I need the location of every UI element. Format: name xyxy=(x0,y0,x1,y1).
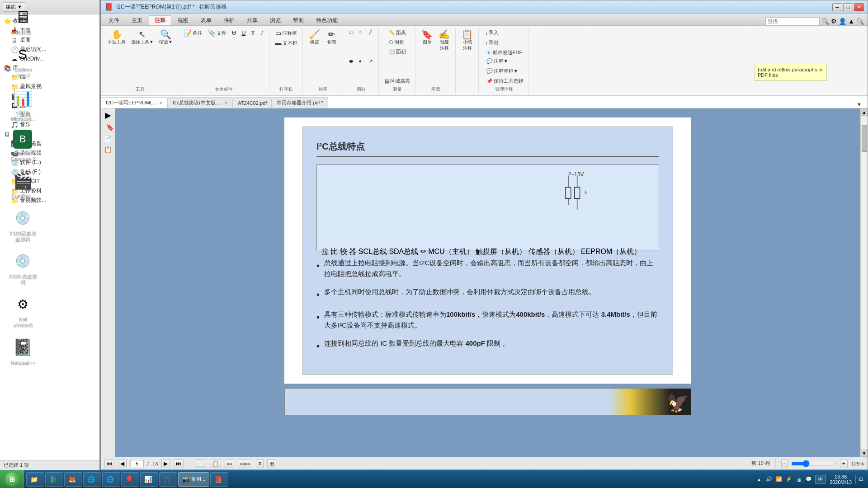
desktop-icon-computer[interactable]: 🖥 计算机 xyxy=(5,5,41,37)
first-page-button[interactable]: ⏮ xyxy=(104,459,114,468)
maximize-button[interactable]: □ xyxy=(843,3,853,11)
tab-doc1[interactable]: I2C一读写EEPROM(.... ✕ xyxy=(101,97,168,108)
stamp-button[interactable]: 🔖 图章 xyxy=(419,28,435,47)
tab-form[interactable]: 表单 xyxy=(195,15,217,25)
tray-icon2[interactable]: 📶 xyxy=(774,475,783,484)
taskbar-media[interactable]: 🎵 xyxy=(159,472,177,487)
tray-icon1[interactable]: 🔊 xyxy=(764,475,774,484)
text-box-button[interactable]: ▬文本框 xyxy=(273,38,300,47)
create-note-button[interactable]: ✍ 创建注释 xyxy=(436,28,453,53)
view-facing-button[interactable]: ⊞ xyxy=(267,459,276,468)
minimize-button[interactable]: ─ xyxy=(832,3,842,11)
area-button[interactable]: ⬜ 面积 xyxy=(387,47,408,56)
taskbar-item1[interactable]: 🐉 xyxy=(45,472,63,487)
close-button[interactable]: ✕ xyxy=(854,3,864,11)
tab-comment[interactable]: 注释 xyxy=(149,15,171,25)
expand-icon[interactable]: ▲ xyxy=(848,18,854,25)
settings-icon[interactable]: ⚙ xyxy=(831,18,837,25)
annotation-batch-button[interactable]: 💬 注释弹框▼ xyxy=(484,67,526,75)
keep-tool-button[interactable]: 📌 保持工具选择 xyxy=(484,77,526,85)
tab-doc2[interactable]: I2c总线协议(中文版..... ✕ xyxy=(168,97,233,108)
taskbar-firefox[interactable]: 🦊 xyxy=(64,472,82,487)
annotation-box-button[interactable]: ▭注释框 xyxy=(273,28,299,38)
taskbar-file-explorer[interactable]: 📁 xyxy=(26,472,44,487)
tray-up-arrow[interactable]: ▲ xyxy=(755,475,764,484)
view-double-button[interactable]: ▭▭ xyxy=(238,459,252,468)
search-icon2[interactable]: 🔍 xyxy=(856,18,864,25)
scroll-up-button[interactable]: ▲ xyxy=(861,108,868,116)
paste-page-button[interactable]: 📋 xyxy=(210,459,221,468)
last-page-button[interactable]: ⏭ xyxy=(174,459,184,468)
distance-button[interactable]: 📏 距离 xyxy=(387,28,408,37)
search-input[interactable] xyxy=(765,17,820,25)
taskbar-balloon[interactable]: 🎈 xyxy=(121,472,139,487)
show-desktop-button[interactable]: ⊡ xyxy=(855,475,864,484)
current-page-input[interactable] xyxy=(130,460,144,467)
eraser-button[interactable]: 🧹 橡皮 xyxy=(307,28,323,47)
tab-doc4[interactable]: 常用存储器介绍.pdf * xyxy=(272,97,328,108)
desktop-icon-camrec[interactable]: 🎬 CamRec... xyxy=(5,168,41,201)
taskbar-foxit[interactable]: 📕 xyxy=(210,472,228,487)
summary-button[interactable]: 📋 小结注释 xyxy=(459,28,476,53)
tray-icon5[interactable]: 💬 xyxy=(804,475,813,484)
perimeter-button[interactable]: ⬡ 周长 xyxy=(387,38,406,47)
start-button[interactable]: ⊞ xyxy=(0,470,24,488)
text-mark-btn[interactable]: T xyxy=(249,28,257,37)
shape-arrow-button[interactable]: ➚ xyxy=(367,57,376,65)
language-button[interactable]: 中 xyxy=(815,475,826,484)
scroll-track[interactable] xyxy=(861,116,868,450)
pencil-button[interactable]: ✏ 铅笔 xyxy=(324,28,340,47)
desktop-icon-f103[interactable]: 💿 F103番直光盘资料 xyxy=(5,206,41,244)
tab-dropdown-button[interactable]: ▼ xyxy=(854,101,864,108)
text-mark-btn2[interactable]: T xyxy=(258,28,266,37)
tab-protect[interactable]: 保护 xyxy=(218,15,241,25)
tab-doc3[interactable]: AT24C02.pdf xyxy=(233,97,272,108)
document-scroll-area[interactable]: I²C总线特点 2~15V xyxy=(115,108,860,457)
tab-home[interactable]: 主页 xyxy=(126,15,148,25)
scroll-down-button[interactable]: ▼ xyxy=(861,450,868,457)
underline-button[interactable]: U xyxy=(239,28,248,37)
select-tool-button[interactable]: ↖ 选择工具▼ xyxy=(129,28,156,47)
zoom-tool-button[interactable]: 🔍 缩放▼ xyxy=(157,28,175,47)
export-button[interactable]: ↑ 导出 xyxy=(483,38,524,47)
tab-file[interactable]: 文件 xyxy=(103,15,125,25)
tab-help[interactable]: 帮助 xyxy=(287,15,310,25)
taskbar-camrec[interactable]: 📸 常用... xyxy=(178,472,209,487)
strikethrough-button[interactable]: U xyxy=(230,28,238,37)
taskbar-network[interactable]: 🌐 xyxy=(102,472,120,487)
desktop-icon-notepad[interactable]: 📓 Notepad++ xyxy=(5,335,41,367)
tray-icon4[interactable]: 🖨 xyxy=(794,475,803,484)
clock-display[interactable]: 13:36 2020/2/13 xyxy=(828,473,854,486)
shape-ellipse-button[interactable]: ○ xyxy=(357,28,366,36)
tab-feature[interactable]: 特色功能 xyxy=(310,15,344,25)
send-fdf-button[interactable]: 📧 邮件发送FDF xyxy=(483,48,524,57)
vertical-scrollbar[interactable]: ▲ ▼ xyxy=(860,108,868,457)
region-highlight-button[interactable]: ▤ 区域高亮 xyxy=(382,77,412,85)
import-button[interactable]: ↓ 导入 xyxy=(483,28,524,37)
taskbar-excel[interactable]: 📊 xyxy=(140,472,158,487)
zoom-out-button[interactable]: - xyxy=(781,459,788,468)
search-icon[interactable]: 🔍 xyxy=(821,18,829,25)
taskbar-ie[interactable]: 🌐 xyxy=(83,472,101,487)
note-button[interactable]: 📝备注 xyxy=(182,28,205,38)
desktop-icon-excel[interactable]: 📊 新建Microsoft... xyxy=(5,85,41,123)
shape-circle-button[interactable]: ● xyxy=(357,57,366,65)
view-single-button[interactable]: ▭ xyxy=(225,459,234,468)
prev-page-button[interactable]: ◀ xyxy=(118,459,127,468)
zoom-in-button[interactable]: + xyxy=(840,459,848,468)
tab2-close-button[interactable]: ✕ xyxy=(224,100,228,105)
layers-panel-button[interactable]: 📋 xyxy=(101,144,115,155)
thumbnail-panel-button[interactable]: 📄 xyxy=(101,133,115,144)
shape-oval-button[interactable]: ⬬ xyxy=(347,57,356,65)
nav-toggle-button[interactable]: ▶ xyxy=(101,108,115,122)
zoom-slider[interactable] xyxy=(791,460,836,467)
file-button[interactable]: 📎文件 xyxy=(206,28,229,38)
desktop-icon-keil[interactable]: ⚙ KeiluVision5 xyxy=(5,291,41,330)
view-scroll-button[interactable]: ≡ xyxy=(256,459,264,468)
tray-icon3[interactable]: ⚡ xyxy=(784,475,793,484)
shape-rect-button[interactable]: ▭ xyxy=(347,28,356,36)
scroll-thumb[interactable] xyxy=(862,125,867,152)
shape-line-button[interactable]: ╱ xyxy=(367,28,376,36)
annotation-dropdown-button[interactable]: 💬 注释▼ xyxy=(484,57,526,66)
bookmark-panel-button[interactable]: 🔖 xyxy=(101,122,115,133)
